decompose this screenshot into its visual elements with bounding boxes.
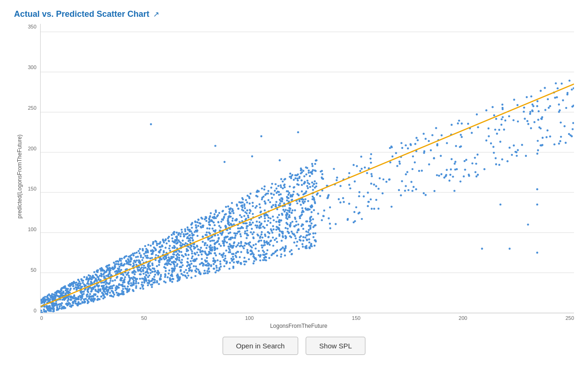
y-tick: 0	[34, 308, 36, 313]
x-tick: 100	[245, 315, 253, 321]
main-container: Actual vs. Predicted Scatter Chart ↗ pre…	[0, 0, 588, 368]
y-tick: 150	[28, 186, 36, 191]
x-tick: 50	[141, 315, 147, 321]
y-axis-label: predicted(LogonsFromTheFuture)	[14, 24, 23, 329]
plot-container	[40, 24, 574, 313]
external-link-icon[interactable]: ↗	[153, 10, 159, 19]
x-tick: 150	[352, 315, 360, 321]
x-ticks: 050100150200250	[23, 313, 574, 321]
chart-title: Actual vs. Predicted Scatter Chart	[14, 9, 149, 19]
chart-title-row: Actual vs. Predicted Scatter Chart ↗	[14, 9, 574, 19]
y-tick: 100	[28, 226, 36, 232]
x-tick: 200	[459, 315, 467, 321]
y-tick: 300	[28, 64, 36, 70]
chart-main: 350300250200150100500 050100150200250 Lo…	[23, 24, 574, 329]
x-axis-area: 050100150200250 LogonsFromTheFuture	[23, 313, 574, 329]
scatter-canvas	[41, 24, 574, 313]
y-ticks: 350300250200150100500	[23, 24, 40, 313]
y-tick: 50	[31, 267, 36, 273]
button-row: Open in Search Show SPL	[14, 337, 574, 359]
open-in-search-button[interactable]: Open in Search	[223, 337, 298, 355]
y-tick: 250	[28, 105, 36, 111]
chart-area: predicted(LogonsFromTheFuture) 350300250…	[14, 24, 574, 329]
x-tick: 250	[566, 315, 574, 321]
y-tick: 200	[28, 146, 36, 151]
x-axis-label: LogonsFromTheFuture	[270, 323, 328, 329]
plot-with-yaxis: 350300250200150100500	[23, 24, 574, 313]
x-tick: 0	[40, 315, 43, 321]
show-spl-button[interactable]: Show SPL	[306, 337, 365, 355]
y-tick: 350	[28, 24, 36, 29]
